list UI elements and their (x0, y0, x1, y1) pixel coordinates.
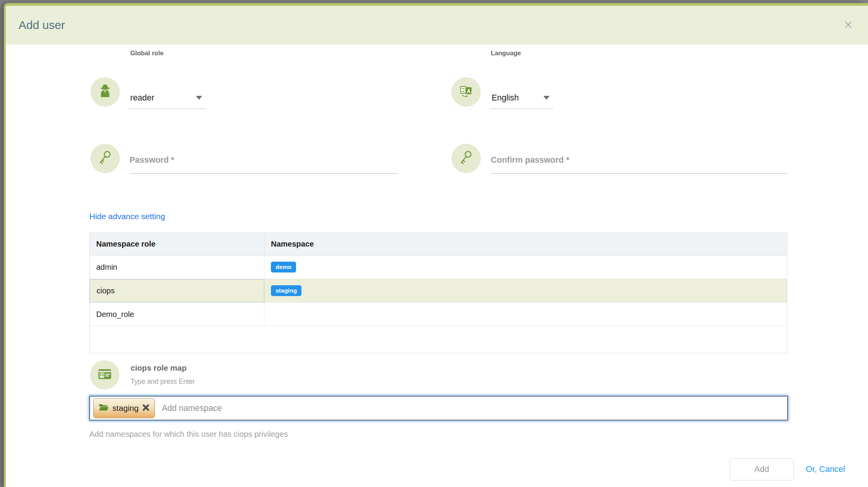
tag-remove-button[interactable] (142, 404, 150, 412)
global-role-label: Global role (130, 49, 163, 57)
role-cell: Demo_role (90, 303, 264, 326)
chevron-down-icon (543, 96, 550, 100)
cancel-link[interactable]: Or, Cancel (806, 458, 845, 480)
add-button[interactable]: Add (730, 458, 794, 480)
confirm-password-field[interactable]: Confirm password * (491, 147, 788, 174)
language-icon-circle (451, 77, 481, 107)
table-row[interactable]: ciops staging (90, 279, 787, 303)
screen-background: Add user Global role reader (0, 0, 868, 487)
key-icon (97, 150, 113, 167)
hide-advance-setting-link[interactable]: Hide advance setting (89, 212, 165, 221)
spy-icon (97, 83, 113, 101)
namespace-helper-text: Add namespaces for which this user has c… (89, 429, 288, 439)
namespace-tag: staging (93, 398, 155, 418)
table-header-row: Namespace role Namespace (90, 233, 787, 255)
namespace-badge: staging (271, 285, 301, 296)
password-icon-circle (90, 144, 120, 173)
rolemap-hint: Type and press Enter (131, 378, 195, 386)
table-row[interactable]: admin demo (90, 255, 787, 279)
language-value: English (492, 93, 519, 103)
confirm-password-icon-circle (451, 144, 481, 173)
namespace-tags-input[interactable]: staging Add namespace (89, 396, 788, 421)
translate-icon (458, 83, 474, 101)
x-icon (142, 404, 150, 412)
modal-header (6, 6, 868, 44)
language-select[interactable]: English (490, 87, 553, 109)
language-label: Language (491, 49, 521, 57)
folder-open-icon (99, 403, 109, 413)
column-header-namespace: Namespace (264, 233, 787, 255)
global-role-value: reader (130, 93, 154, 103)
confirm-password-placeholder: Confirm password * (491, 155, 569, 165)
global-role-icon-circle (90, 77, 120, 107)
add-user-modal: Add user Global role reader (4, 3, 868, 487)
modal-title: Add user (19, 6, 65, 44)
add-namespace-placeholder: Add namespace (162, 404, 222, 413)
column-header-namespace-role: Namespace role (90, 233, 264, 255)
key-icon (458, 150, 474, 167)
table-row[interactable]: Demo_role (90, 303, 787, 326)
role-cell: ciops (90, 279, 264, 302)
close-icon (843, 20, 853, 31)
id-card-icon (96, 366, 113, 384)
password-field[interactable]: Password * (129, 147, 398, 174)
close-button[interactable] (841, 17, 856, 33)
password-placeholder: Password * (129, 155, 174, 165)
namespace-cell: demo (264, 255, 787, 279)
chevron-down-icon (196, 96, 202, 100)
role-cell: admin (90, 255, 264, 279)
namespace-role-table: Namespace role Namespace admin demo ciop… (89, 233, 787, 353)
rolemap-icon-circle (90, 360, 119, 390)
namespace-cell (264, 303, 787, 326)
rolemap-title: ciops role map (131, 363, 187, 373)
namespace-badge: demo (271, 262, 296, 272)
namespace-cell: staging (264, 279, 787, 302)
global-role-select[interactable]: reader (129, 87, 206, 109)
tag-label: staging (112, 404, 139, 413)
